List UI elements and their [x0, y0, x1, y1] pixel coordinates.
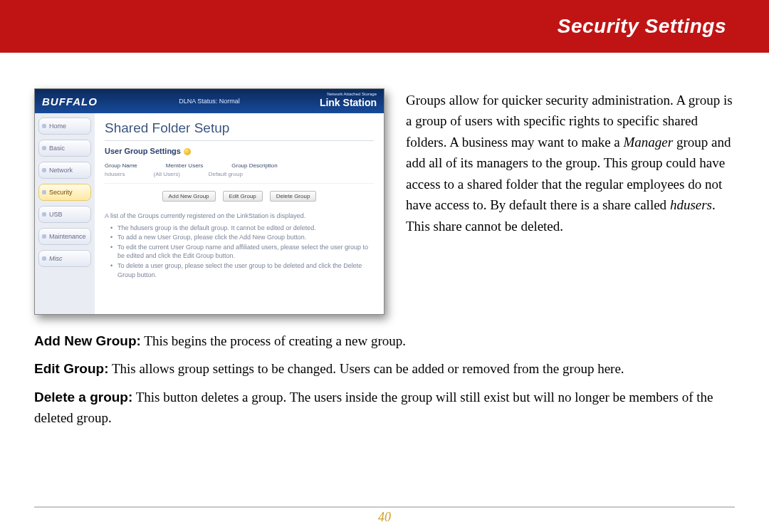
sidebar-item-network[interactable]: Network — [38, 162, 91, 179]
sidebar-item-home[interactable]: Home — [38, 118, 91, 135]
screenshot-main: Shared Folder Setup User Group Settings … — [95, 113, 384, 314]
sidebar-item-basic[interactable]: Basic — [38, 140, 91, 157]
footer-rule — [34, 506, 735, 508]
sidebar-item-security[interactable]: Security — [38, 184, 91, 201]
intro-paragraph: Groups allow for quicker security admini… — [406, 88, 735, 315]
brand-logo: BUFFALO — [42, 95, 98, 108]
sidebar-item-label: Security — [49, 189, 73, 196]
button-row: Add New Group Edit Group Delete Group — [105, 191, 374, 202]
screenshot-topbar: BUFFALO DLNA Status: Normal Network Atta… — [35, 89, 384, 113]
dlna-status: DLNA Status: Normal — [179, 98, 240, 105]
def-text: This allows group settings to be changed… — [108, 361, 624, 376]
desc-bullet: To delete a user group, please select th… — [110, 261, 374, 279]
def-edit-group: Edit Group: This allows group settings t… — [34, 358, 735, 379]
sidebar-item-label: Misc — [49, 255, 63, 262]
table-header: Group Name Member Users Group Descriptio… — [105, 162, 374, 169]
cell-group-name: hdusers — [105, 171, 125, 177]
sidebar-item-label: Maintenance — [49, 233, 86, 240]
def-term: Add New Group: — [34, 333, 141, 348]
desc-bullet: To add a new User Group, please click th… — [110, 233, 374, 242]
screenshot-body: Home Basic Network Security USB Maintena… — [35, 113, 384, 314]
col-group-description: Group Description — [231, 162, 277, 169]
def-text: This begins the process of creating a ne… — [141, 333, 406, 348]
col-member-users: Member Users — [166, 162, 203, 169]
header-bar: Security Settings — [0, 0, 769, 53]
manual-page: Security Settings BUFFALO DLNA Status: N… — [0, 0, 769, 532]
panel-heading: Shared Folder Setup — [105, 120, 374, 136]
desc-lead: A list of the Groups currently registere… — [105, 212, 305, 219]
delete-group-button[interactable]: Delete Group — [270, 191, 317, 202]
def-delete-group: Delete a group: This button deletes a gr… — [34, 387, 735, 429]
screenshot-sidebar: Home Basic Network Security USB Maintena… — [35, 113, 95, 314]
desc-bullet: The hdusers group is the default group. … — [110, 224, 374, 233]
col-group-name: Group Name — [105, 162, 137, 169]
admin-screenshot: BUFFALO DLNA Status: Normal Network Atta… — [34, 88, 384, 315]
product-small: Network Attached Storage — [320, 92, 377, 96]
sidebar-item-label: Home — [49, 122, 66, 130]
cell-group-description: Default group — [209, 171, 243, 177]
intro-hdusers-term: hdusers — [670, 197, 712, 212]
desc-bullet: To edit the current User Group name and … — [110, 243, 374, 261]
panel-description: A list of the Groups currently registere… — [105, 212, 374, 279]
desc-list: The hdusers group is the default group. … — [105, 224, 374, 280]
table-row[interactable]: hdusers (All Users) Default group — [105, 171, 374, 184]
sidebar-item-maintenance[interactable]: Maintenance — [38, 228, 91, 245]
definitions: Add New Group: This begins the process o… — [34, 330, 735, 429]
content-area: BUFFALO DLNA Status: Normal Network Atta… — [0, 53, 769, 429]
def-term: Edit Group: — [34, 361, 108, 376]
sidebar-item-label: USB — [49, 211, 63, 218]
product-name: Link Station — [320, 97, 377, 108]
page-title: Security Settings — [558, 15, 726, 38]
add-new-group-button[interactable]: Add New Group — [162, 191, 216, 202]
def-text: This button deletes a group. The users i… — [34, 390, 713, 425]
panel-subheading: User Group Settings — [105, 147, 374, 155]
intro-manager-term: Manager — [624, 135, 674, 150]
sidebar-item-label: Network — [49, 167, 73, 174]
product-name-wrap: Network Attached Storage Link Station — [320, 92, 377, 109]
sidebar-item-misc[interactable]: Misc — [38, 250, 91, 267]
def-add-new-group: Add New Group: This begins the process o… — [34, 330, 735, 351]
sidebar-item-label: Basic — [49, 145, 65, 152]
edit-group-button[interactable]: Edit Group — [223, 191, 263, 202]
sidebar-item-usb[interactable]: USB — [38, 206, 91, 223]
top-row: BUFFALO DLNA Status: Normal Network Atta… — [34, 88, 735, 315]
def-term: Delete a group: — [34, 390, 132, 405]
page-number: 40 — [378, 510, 391, 525]
cell-member-users: (All Users) — [153, 171, 179, 177]
divider — [105, 140, 374, 141]
